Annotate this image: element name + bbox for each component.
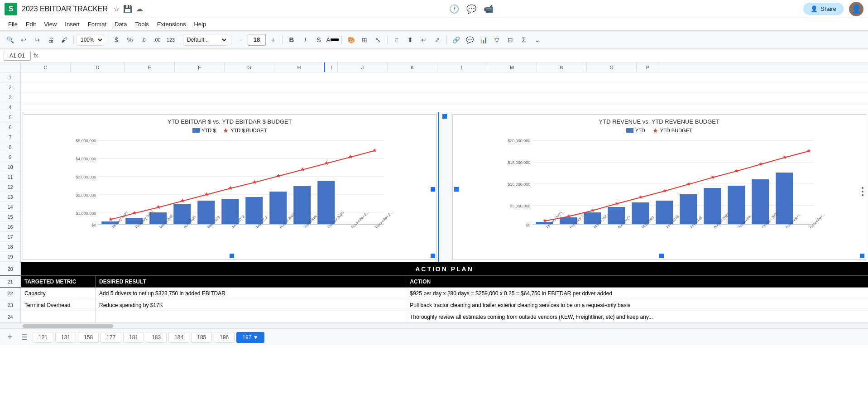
- bold-button[interactable]: B: [285, 34, 298, 46]
- sum-btn[interactable]: Σ: [518, 34, 530, 46]
- zoom-control[interactable]: 100%: [77, 34, 104, 46]
- col-header-g[interactable]: G: [225, 62, 274, 72]
- col-header-c[interactable]: C: [21, 62, 71, 72]
- chart-resize-right[interactable]: [431, 187, 435, 192]
- right-chart[interactable]: YTD REVENUE vs. YTD REVENUE BUDGET YTD ★…: [452, 114, 867, 260]
- merge-btn[interactable]: ⤡: [372, 34, 384, 46]
- menu-insert[interactable]: Insert: [61, 20, 83, 29]
- paint-format-btn[interactable]: 🖌: [58, 34, 71, 46]
- row-num-24: 24: [0, 311, 21, 322]
- link-btn[interactable]: 🔗: [450, 34, 462, 46]
- r-star-aug: ★: [710, 174, 715, 180]
- col-header-d[interactable]: D: [71, 62, 125, 72]
- save-icon[interactable]: 💾: [123, 5, 132, 13]
- align-v-btn[interactable]: ⬍: [404, 34, 417, 46]
- tab-177[interactable]: 177: [101, 332, 121, 343]
- col-header-n[interactable]: N: [537, 62, 587, 72]
- more-btn[interactable]: ⌄: [531, 34, 544, 46]
- left-chart[interactable]: YTD EBITDAR $ vs. YTD EBITDAR $ BUDGET Y…: [23, 114, 437, 260]
- dec-less-btn[interactable]: .0: [137, 34, 150, 46]
- filter-btn[interactable]: ▽: [490, 34, 503, 46]
- tab-184[interactable]: 184: [168, 332, 189, 343]
- undo-btn2[interactable]: ↩: [17, 34, 30, 46]
- col-header-j[interactable]: J: [338, 62, 388, 72]
- rn-16: 16: [0, 222, 20, 232]
- tab-185[interactable]: 185: [191, 332, 212, 343]
- horizontal-scrollbar[interactable]: [0, 323, 868, 328]
- cell-reference[interactable]: [4, 51, 31, 61]
- rn-6: 6: [0, 122, 20, 132]
- cloud-icon[interactable]: ☁: [136, 5, 143, 13]
- col-header-o[interactable]: O: [587, 62, 637, 72]
- zoom-select[interactable]: 100%: [77, 34, 104, 46]
- comment-tb-btn[interactable]: 💬: [463, 34, 476, 46]
- comment-icon[interactable]: 💬: [466, 4, 476, 14]
- row-3: 3: [0, 92, 868, 102]
- star-icon[interactable]: ☆: [113, 5, 120, 13]
- r-star-dec: ★: [806, 148, 811, 154]
- menu-extensions[interactable]: Extensions: [153, 20, 190, 29]
- history-icon[interactable]: 🕐: [449, 4, 459, 14]
- print-btn[interactable]: 🖨: [44, 34, 57, 46]
- col-header-f[interactable]: F: [175, 62, 225, 72]
- menu-help[interactable]: Help: [190, 20, 210, 29]
- col-header-k[interactable]: K: [388, 62, 437, 72]
- videocam-icon[interactable]: 📹: [484, 4, 494, 14]
- share-button[interactable]: 👤 Share: [803, 3, 844, 15]
- font-size-input[interactable]: [248, 34, 266, 46]
- italic-button[interactable]: I: [299, 34, 312, 46]
- tab-181[interactable]: 181: [123, 332, 144, 343]
- chart-resize-br[interactable]: [431, 254, 435, 258]
- menu-tools[interactable]: Tools: [131, 20, 152, 29]
- percent-btn[interactable]: %: [124, 34, 136, 46]
- star-mar-l: ★: [156, 204, 161, 210]
- font-select[interactable]: Default...: [183, 34, 228, 46]
- borders-btn[interactable]: ⊞: [358, 34, 371, 46]
- chart-r-resize-br[interactable]: [860, 254, 864, 258]
- col-header-e[interactable]: E: [125, 62, 175, 72]
- formula-input[interactable]: [41, 51, 864, 61]
- col-header-m[interactable]: M: [487, 62, 537, 72]
- tab-183[interactable]: 183: [146, 332, 167, 343]
- wrap-btn[interactable]: ↵: [417, 34, 430, 46]
- rotate-btn[interactable]: ↗: [431, 34, 444, 46]
- currency-btn[interactable]: $: [110, 34, 123, 46]
- menu-data[interactable]: Data: [111, 20, 130, 29]
- tab-197[interactable]: 197 ▼: [236, 332, 264, 343]
- menu-edit[interactable]: Edit: [22, 20, 39, 29]
- chart-btn[interactable]: 📊: [477, 34, 489, 46]
- dec-more-btn[interactable]: .00: [151, 34, 163, 46]
- font-size-increase-btn[interactable]: +: [267, 34, 279, 46]
- format-123-btn[interactable]: 123: [164, 34, 177, 46]
- tab-158[interactable]: 158: [78, 332, 99, 343]
- col-header-p[interactable]: P: [637, 62, 659, 72]
- menu-file[interactable]: File: [5, 20, 21, 29]
- fill-color-btn[interactable]: 🎨: [345, 34, 357, 46]
- col-header-i[interactable]: I: [324, 62, 338, 72]
- col-header-l[interactable]: L: [437, 62, 487, 72]
- chart-r-resize-left[interactable]: [454, 187, 459, 192]
- redo-btn[interactable]: ↪: [31, 34, 43, 46]
- strikethrough-btn[interactable]: S: [312, 34, 325, 46]
- text-color-btn[interactable]: A: [326, 34, 339, 46]
- undo-button[interactable]: 🔍: [4, 34, 16, 46]
- freeze-btn[interactable]: ⊟: [504, 34, 517, 46]
- align-h-btn[interactable]: ≡: [390, 34, 403, 46]
- chart-resize-bottom[interactable]: [230, 254, 234, 258]
- font-size-decrease-btn[interactable]: −: [234, 34, 247, 46]
- star-sep-l: ★: [300, 166, 305, 173]
- chart-r-resize-bottom[interactable]: [659, 254, 664, 258]
- tab-121[interactable]: 121: [33, 332, 53, 343]
- col-header-h[interactable]: H: [274, 62, 324, 72]
- chart-handle-top-mid[interactable]: [442, 114, 447, 119]
- menu-view[interactable]: View: [40, 20, 60, 29]
- tab-196[interactable]: 196: [214, 332, 235, 343]
- add-sheet-button[interactable]: +: [4, 331, 16, 344]
- more-handle[interactable]: [862, 187, 864, 196]
- legend-bar-blue: [192, 128, 200, 133]
- hamburger-menu[interactable]: ☰: [18, 331, 31, 344]
- menu-format[interactable]: Format: [84, 20, 110, 29]
- row-20: 20 ACTION PLAN: [0, 262, 868, 276]
- scroll-thumb[interactable]: [23, 324, 113, 328]
- tab-131[interactable]: 131: [55, 332, 76, 343]
